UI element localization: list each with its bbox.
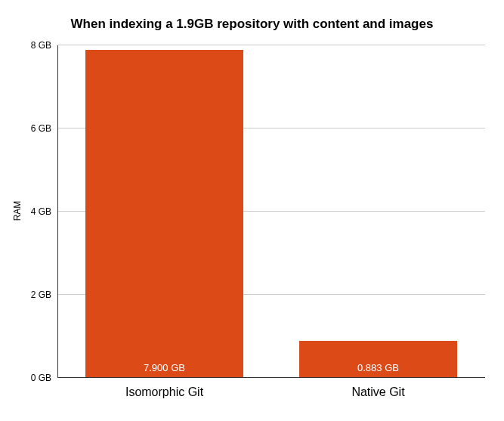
- y-tick-label: 4 GB: [31, 206, 57, 217]
- y-axis-line: [57, 45, 58, 378]
- y-tick-label: 2 GB: [31, 289, 57, 300]
- y-tick-label: 0 GB: [31, 373, 57, 383]
- y-tick-label: 8 GB: [31, 40, 57, 51]
- x-tick-label: Isomorphic Git: [125, 378, 203, 399]
- y-tick-label: 6 GB: [31, 123, 57, 134]
- chart-plot-area: 0 GB 2 GB 4 GB 6 GB 8 GB 7.900 GB 0.883 …: [57, 45, 485, 378]
- bar-isomorphic-git: 7.900 GB: [85, 50, 243, 379]
- x-tick-label: Native Git: [351, 378, 404, 399]
- bar-value-label: 7.900 GB: [85, 362, 243, 373]
- x-axis-line: [57, 377, 485, 378]
- gridline: [57, 45, 485, 45]
- y-axis-label: RAM: [12, 200, 23, 221]
- bar-native-git: 0.883 GB: [299, 341, 457, 378]
- bar-value-label: 0.883 GB: [299, 362, 457, 373]
- chart-title: When indexing a 1.9GB repository with co…: [0, 17, 504, 32]
